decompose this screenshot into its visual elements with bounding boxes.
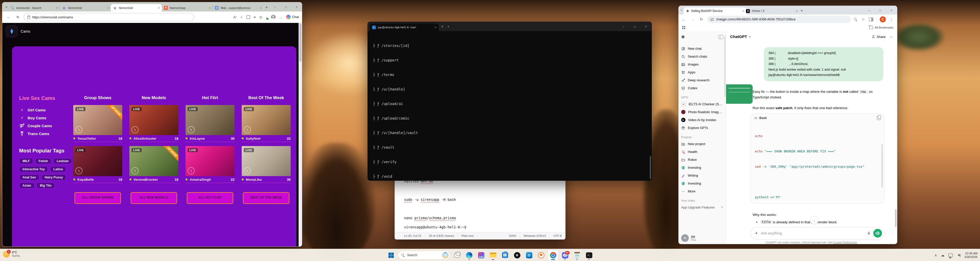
sidebar-item-images[interactable]: Images (681, 60, 723, 68)
sidebar-item-boy-cams[interactable]: ♂Boy Cams (19, 114, 52, 122)
all-new-models-button[interactable]: ALL NEW MODELS (130, 192, 177, 204)
tab-mail[interactable]: ✉ Mail - support@sirensv × (213, 4, 264, 11)
sidebar-item-project-writing[interactable]: Writing (681, 172, 723, 179)
tab-close-icon[interactable]: × (260, 6, 261, 9)
sidebar-item-explore-gpts[interactable]: Explore GPTs (681, 124, 723, 132)
volume-icon[interactable] (956, 254, 959, 256)
model-card[interactable]: LIVE ϟ MonaLika 30 (242, 146, 291, 183)
sidebar-item-gpt-ielts[interactable]: IE IELTS AI Checker (Speaking ... (681, 100, 723, 108)
sidebar-item-project-investing[interactable]: $ Investing (681, 164, 723, 172)
zoom-level[interactable]: 100% (505, 234, 520, 238)
site-settings-icon[interactable] (710, 18, 714, 21)
site-brand[interactable]: Cams (6, 25, 30, 37)
sidebar-item-chat-app-upgrade[interactable]: App Upgrade Features ✎ (681, 203, 723, 211)
taskbar-discord[interactable]: 9+ (560, 250, 570, 260)
favorites-star-icon[interactable]: ☆ (240, 15, 243, 19)
apps-grid-icon[interactable] (682, 26, 685, 29)
account-row[interactable]: RI jay Plus (681, 234, 723, 242)
sidebar-item-new-project[interactable]: New project (681, 140, 723, 148)
close-icon[interactable]: × (886, 6, 897, 14)
menu-kebab-icon[interactable]: ⋮ (889, 17, 894, 22)
edge-address-bar[interactable]: https://sirensvoid.com/cams (24, 13, 194, 21)
tab-close-icon[interactable]: × (107, 6, 109, 9)
tab-close-icon[interactable]: × (209, 6, 210, 9)
refresh-icon[interactable]: ↻ (698, 17, 704, 22)
terminal-tab[interactable]: >_ jay@ubuntu-4gb-hel1-6: /var/ × (370, 24, 439, 31)
model-card[interactable]: LIVE ϟ SallyNoir 22 (242, 105, 291, 142)
tag-chip[interactable]: Fetish (35, 158, 51, 164)
taskbar-clock[interactable]: 10:36 AM 3/30/2026 (964, 252, 977, 259)
tag-chip[interactable]: Asian (19, 182, 35, 188)
taskbar-store[interactable] (500, 250, 510, 260)
tab-x-home[interactable]: X Home / X × (743, 7, 800, 14)
voice-mode-button[interactable] (873, 229, 882, 237)
downloads-icon[interactable]: ↓✓ (266, 15, 267, 19)
model-card[interactable]: LIVE VIP SHOW ϟ VeronaBrucker 18 (129, 146, 178, 183)
copilot-chat-button[interactable]: Chat (286, 15, 299, 19)
chat-scrollbar[interactable] (895, 209, 897, 227)
onedrive-cloud-icon[interactable]: ☁ (941, 253, 945, 257)
sidebar-item-apps[interactable]: Apps (681, 68, 723, 76)
all-hot-flirt-button[interactable]: ALL HOT FLIRT (187, 192, 233, 204)
taskbar-file-explorer[interactable] (488, 250, 498, 260)
refresh-icon[interactable]: ↻ (14, 15, 21, 19)
sidebar-item-girl-cams[interactable]: ♀Girl Cams (19, 106, 52, 114)
scroll-to-bottom-button[interactable]: ↓ (810, 216, 818, 224)
sidebar-scrollbar[interactable] (724, 36, 725, 97)
history-icon[interactable]: ◷ (259, 15, 262, 19)
terminal-scrollbar[interactable] (649, 32, 651, 179)
side-panel-icon[interactable] (869, 17, 873, 21)
minimize-icon[interactable]: – (863, 6, 875, 14)
sidebar-item-project-robot[interactable]: Robot (681, 156, 723, 164)
tag-chip[interactable]: Interactive Toy (19, 166, 48, 172)
sidebar-item-gpt-video[interactable]: ▶ Video AI by invideo (681, 116, 723, 124)
taskbar-search[interactable]: Search (398, 251, 450, 259)
sidebar-item-new-chat[interactable]: New chat (681, 44, 723, 52)
hidden-icons-chevron[interactable]: ∧ (935, 253, 937, 257)
back-icon[interactable]: ← (5, 15, 12, 19)
forward-icon[interactable]: → (690, 17, 695, 22)
taskbar-outlook[interactable]: O (524, 250, 534, 260)
taskbar-chatgpt[interactable]: ✻ (512, 250, 522, 260)
model-card[interactable]: LIVE ϟ AmairaSingh 22 (186, 146, 234, 183)
maximize-icon[interactable]: □ (280, 2, 291, 11)
attach-plus-icon[interactable]: + (755, 230, 758, 236)
sidebar-item-deep-research[interactable]: Deep research (681, 76, 723, 84)
read-aloud-icon[interactable]: A⁾ (234, 15, 237, 19)
settings-more-icon[interactable]: … (279, 15, 283, 19)
model-card[interactable]: LIVE ϟ AliceSchuster 18 (129, 105, 178, 142)
taskbar-notepad[interactable] (572, 250, 582, 260)
chat-input-bar[interactable]: + (751, 227, 884, 239)
tab-close-icon[interactable]: × (796, 9, 797, 13)
minimize-icon[interactable]: – (270, 2, 280, 11)
all-bookmarks-button[interactable]: All Bookmarks (869, 26, 894, 29)
back-icon[interactable]: ← (681, 17, 687, 22)
profile-avatar[interactable] (271, 15, 275, 19)
tag-chip[interactable]: Big Tits (37, 182, 55, 188)
all-group-shows-button[interactable]: ALL GROUP SHOWS (75, 192, 121, 204)
sidebar-item-couple-cams[interactable]: ⚤Couple Cams (19, 122, 52, 130)
bookmark-star-icon[interactable]: ☆ (860, 17, 866, 22)
tab-search-chevron-icon[interactable]: ∨ (681, 9, 682, 11)
url-text[interactable]: https://sirensvoid.com/cams (32, 15, 73, 19)
task-view-button[interactable] (452, 250, 462, 260)
tab-sirensvoid-search[interactable]: sirensvoid - Search × (9, 4, 60, 11)
cookie-preferences-link[interactable]: Cookie Preferences (833, 241, 857, 244)
minimize-icon[interactable]: – (618, 22, 629, 31)
new-tab-button[interactable]: + (264, 5, 270, 9)
chrome-address-bar[interactable]: chatgpt.com/c/69c98201-08f0-8396-8636-75… (707, 16, 851, 23)
close-icon[interactable]: × (291, 2, 302, 11)
code-scrollbar[interactable] (881, 144, 883, 188)
profile-avatar[interactable]: C (880, 16, 886, 22)
sidebar-item-search-chats[interactable]: Search chats (681, 52, 723, 60)
chat-input[interactable] (760, 231, 864, 236)
collections-icon[interactable]: ≡ (254, 15, 256, 19)
extensions-icon[interactable] (247, 15, 250, 19)
tab-close-icon[interactable]: × (435, 26, 436, 29)
model-selector[interactable]: ChatGPT (730, 35, 747, 39)
close-icon[interactable]: × (640, 22, 652, 31)
maximize-icon[interactable]: □ (875, 6, 886, 14)
sidebar-item-more[interactable]: More (681, 187, 723, 195)
taskbar-terminal[interactable]: >_ (584, 250, 594, 260)
network-icon[interactable] (948, 254, 953, 257)
